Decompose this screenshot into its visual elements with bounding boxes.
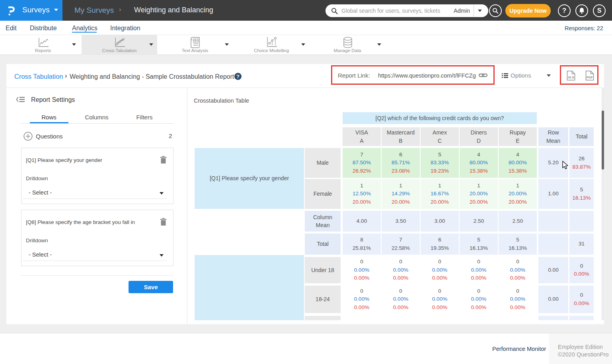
svg-text:XLS: XLS xyxy=(568,76,574,79)
svg-text:PDF: PDF xyxy=(587,76,593,79)
